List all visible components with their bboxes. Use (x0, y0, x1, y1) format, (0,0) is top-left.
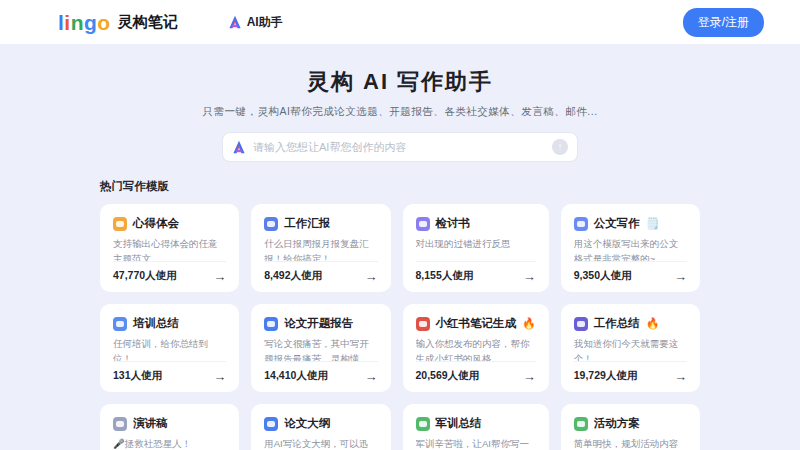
template-card[interactable]: 检讨书 对出现的过错进行反思 8,155人使用 → (403, 204, 549, 292)
card-header: 活动方案 (574, 416, 687, 431)
template-card[interactable]: 军训总结 军训辛苦啦，让AI帮你写一下军训总结吧！ 4,517人使用 → (403, 404, 549, 450)
card-header: 演讲稿 (113, 416, 226, 431)
card-title: 公文写作 (594, 216, 640, 231)
card-description: 简单明快，规划活动内容 (574, 437, 687, 450)
nav-item-ai-assistant[interactable]: AI助手 (228, 14, 283, 31)
army-helmet-icon (416, 417, 430, 431)
logo-letter: o (97, 11, 110, 34)
card-footer: 47,770人使用 → (113, 261, 226, 283)
fire-icon: 🔥 (646, 317, 660, 330)
nav-item-label: AI助手 (247, 14, 283, 31)
notebook-icon (113, 217, 127, 231)
card-footer: 20,569人使用 → (416, 361, 536, 383)
card-description: 我知道你们今天就需要这个！ (574, 337, 687, 361)
card-header: 小红书笔记生成 🔥 (416, 316, 536, 331)
bus-icon (113, 317, 127, 331)
usage-count: 47,770人使用 (113, 269, 177, 283)
pen-icon (416, 217, 430, 231)
prompt-input[interactable] (253, 141, 545, 153)
fire-icon: 🗒️ (646, 217, 660, 230)
arrow-right-icon[interactable]: → (213, 370, 226, 383)
template-card[interactable]: 工作总结 🔥 我知道你们今天就需要这个！ 19,729人使用 → (561, 304, 700, 392)
templates-section: 热门写作模版 心得体会 支持输出心得体会的任意主题范文。 47,770人使用 →… (100, 179, 700, 450)
hero-section: 灵构 AI 写作助手 只需一键，灵构AI帮你完成论文选题、开题报告、各类社交媒体… (0, 67, 800, 162)
logo-letter: g (84, 11, 97, 34)
briefcase-icon (574, 317, 588, 331)
card-description: 🎤拯救社恐星人！ (113, 437, 226, 450)
template-card[interactable]: 培训总结 任何培训，给你总结到位！ 131人使用 → (100, 304, 239, 392)
card-title: 培训总结 (133, 316, 179, 331)
card-description: 军训辛苦啦，让AI帮你写一下军训总结吧！ (416, 437, 536, 450)
document-smile-icon (264, 317, 278, 331)
template-card[interactable]: 工作汇报 什么日报周报月报复盘汇报！给你搞定！ 8,492人使用 → (251, 204, 390, 292)
card-footer: 14,410人使用 → (264, 361, 377, 383)
prompt-bar: ↑ (222, 132, 578, 162)
fire-icon: 🔥 (522, 317, 536, 330)
card-header: 军训总结 (416, 416, 536, 431)
card-title: 小红书笔记生成 (436, 316, 517, 331)
page-title: 灵构 AI 写作助手 (0, 67, 800, 97)
card-footer: 19,729人使用 → (574, 361, 687, 383)
briefcase-icon (264, 217, 278, 231)
card-title: 心得体会 (133, 216, 179, 231)
card-footer: 8,155人使用 → (416, 261, 536, 283)
card-title: 活动方案 (594, 416, 640, 431)
card-description: 什么日报周报月报复盘汇报！给你搞定！ (264, 237, 377, 261)
arrow-right-icon[interactable]: → (365, 270, 378, 283)
card-header: 工作总结 🔥 (574, 316, 687, 331)
usage-count: 131人使用 (113, 369, 162, 383)
card-description: 用AI写论文大纲，可以迅速启发思路。 (264, 437, 377, 450)
template-card[interactable]: 演讲稿 🎤拯救社恐星人！ 11,613人使用 → (100, 404, 239, 450)
card-title: 检讨书 (436, 216, 471, 231)
arrow-right-icon[interactable]: → (523, 370, 536, 383)
card-header: 心得体会 (113, 216, 226, 231)
logo: lingo 灵构笔记 (58, 12, 178, 33)
logo-letter: n (71, 11, 84, 34)
card-title: 军训总结 (436, 416, 482, 431)
card-footer: 9,350人使用 → (574, 261, 687, 283)
card-description: 写论文很痛苦，其中写开题报告最痛苦，灵构懂你！ (264, 337, 377, 361)
card-header: 公文写作 🗒️ (574, 216, 687, 231)
arrow-right-icon[interactable]: → (674, 270, 687, 283)
usage-count: 19,729人使用 (574, 369, 638, 383)
logo-wordmark: lingo (58, 12, 111, 33)
card-title: 论文大纲 (284, 416, 330, 431)
ai-logo-icon (232, 140, 246, 154)
card-header: 论文大纲 (264, 416, 377, 431)
template-grid: 心得体会 支持输出心得体会的任意主题范文。 47,770人使用 → 工作汇报 什… (100, 204, 700, 450)
login-register-button[interactable]: 登录/注册 (683, 8, 764, 37)
template-card[interactable]: 小红书笔记生成 🔥 输入你想发布的内容，帮你生成小红书的风格。 20,569人使… (403, 304, 549, 392)
card-title: 演讲稿 (133, 416, 168, 431)
document-smile-icon (264, 417, 278, 431)
red-book-icon (416, 317, 430, 331)
microphone-icon (113, 417, 127, 431)
usage-count: 20,569人使用 (416, 369, 480, 383)
card-title: 论文开题报告 (284, 316, 353, 331)
usage-count: 14,410人使用 (264, 369, 328, 383)
card-footer: 8,492人使用 → (264, 261, 377, 283)
send-icon[interactable]: ↑ (552, 139, 568, 155)
card-description: 支持输出心得体会的任意主题范文。 (113, 237, 226, 261)
card-title: 工作总结 (594, 316, 640, 331)
section-title: 热门写作模版 (100, 179, 700, 194)
card-header: 工作汇报 (264, 216, 377, 231)
template-card[interactable]: 论文大纲 用AI写论文大纲，可以迅速启发思路。 13,515人使用 → (251, 404, 390, 450)
arrow-right-icon[interactable]: → (523, 270, 536, 283)
card-header: 检讨书 (416, 216, 536, 231)
header: lingo 灵构笔记 AI助手 登录/注册 (0, 0, 800, 44)
card-header: 论文开题报告 (264, 316, 377, 331)
page-subtitle: 只需一键，灵构AI帮你完成论文选题、开题报告、各类社交媒体、发言稿、邮件... (0, 105, 800, 119)
usage-count: 8,492人使用 (264, 269, 322, 283)
arrow-right-icon[interactable]: → (365, 370, 378, 383)
arrow-right-icon[interactable]: → (213, 270, 226, 283)
card-header: 培训总结 (113, 316, 226, 331)
brand-name: 灵构笔记 (118, 13, 178, 32)
arrow-right-icon[interactable]: → (674, 370, 687, 383)
template-card[interactable]: 论文开题报告 写论文很痛苦，其中写开题报告最痛苦，灵构懂你！ 14,410人使用… (251, 304, 390, 392)
template-card[interactable]: 公文写作 🗒️ 用这个模版写出来的公文格式是非常完整的~ 9,350人使用 → (561, 204, 700, 292)
card-description: 任何培训，给你总结到位！ (113, 337, 226, 361)
template-card[interactable]: 心得体会 支持输出心得体会的任意主题范文。 47,770人使用 → (100, 204, 239, 292)
card-description: 输入你想发布的内容，帮你生成小红书的风格。 (416, 337, 536, 361)
card-description: 用这个模版写出来的公文格式是非常完整的~ (574, 237, 687, 261)
template-card[interactable]: 活动方案 简单明快，规划活动内容 10,710人使用 → (561, 404, 700, 450)
